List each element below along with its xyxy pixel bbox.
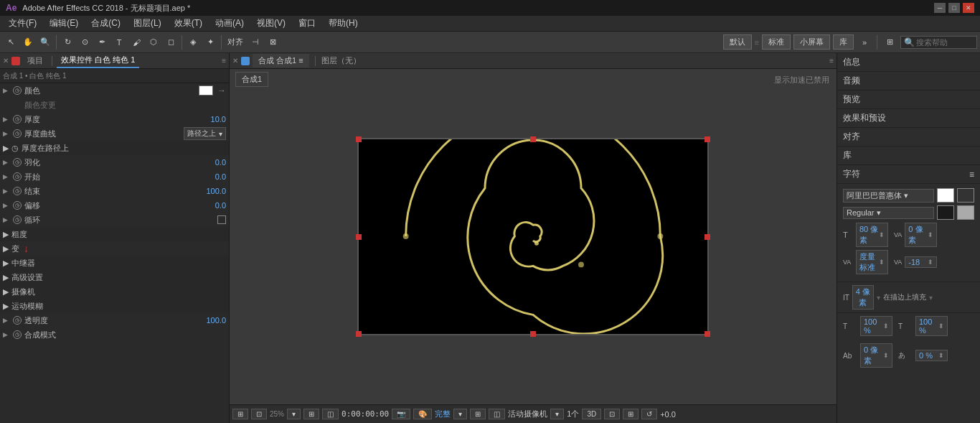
clock-icon-loop[interactable]: ◷: [13, 215, 22, 224]
menu-effects[interactable]: 效果(T): [169, 16, 208, 31]
tab-effects[interactable]: 效果控件 白色 纯色 1: [57, 53, 139, 68]
always-preview-btn[interactable]: ⊞: [232, 409, 248, 419]
menu-compose[interactable]: 合成(C): [85, 16, 126, 31]
arrow-icon[interactable]: ▶: [3, 87, 10, 94]
panel-info[interactable]: 信息: [837, 53, 980, 72]
font-name-select[interactable]: 阿里巴巴普惠体 ▾: [843, 189, 934, 203]
panel-align[interactable]: 对齐: [837, 128, 980, 147]
font-swatch-light[interactable]: [957, 205, 974, 220]
workspace-standard[interactable]: 标准: [762, 34, 791, 50]
section-transform[interactable]: ▶ 变 ↓: [0, 241, 229, 256]
section-advanced[interactable]: ▶ 高级设置: [0, 270, 229, 284]
workspace-default[interactable]: 默认: [723, 34, 752, 50]
fit-btn[interactable]: ⊞: [303, 409, 319, 419]
handle-ml[interactable]: [356, 234, 362, 240]
text-tool[interactable]: T: [111, 34, 127, 50]
comp-close[interactable]: ✕: [232, 57, 238, 65]
select-tool[interactable]: ↖: [3, 34, 19, 50]
workspace-small[interactable]: 小屏幕: [793, 34, 830, 50]
handle-br[interactable]: [705, 331, 710, 337]
font-color-fill[interactable]: [937, 188, 954, 203]
camera-dropdown-btn[interactable]: ▾: [550, 409, 564, 419]
render-btn[interactable]: ⊡: [604, 409, 620, 419]
arrow-opacity[interactable]: ▶: [3, 317, 10, 324]
kerning-input[interactable]: -18 ⬍: [905, 256, 937, 268]
search-input[interactable]: [916, 38, 974, 47]
minimize-button[interactable]: ─: [934, 3, 946, 13]
clock-icon-thickness[interactable]: ◷: [13, 115, 22, 124]
panel-audio[interactable]: 音频: [837, 72, 980, 90]
arrow-4[interactable]: ▶: [3, 130, 10, 137]
clock-icon-curve[interactable]: ◷: [13, 129, 22, 138]
panel-menu[interactable]: ≡: [222, 57, 226, 65]
baseline-input[interactable]: 0 像素 ⬍: [860, 343, 892, 368]
handle-tl[interactable]: [356, 136, 362, 142]
color-arrow[interactable]: →: [217, 85, 226, 96]
arrow-8[interactable]: ▶: [3, 187, 10, 195]
clock-icon-feather[interactable]: ◷: [13, 158, 22, 167]
tab-project[interactable]: 项目: [23, 54, 47, 68]
arrow-6[interactable]: ▶: [3, 159, 10, 166]
clock-icon-path[interactable]: ◷: [11, 144, 19, 153]
prop-value-offset[interactable]: 0.0: [197, 201, 226, 210]
handle-mr[interactable]: [705, 234, 710, 240]
brush-tool[interactable]: 🖌: [128, 34, 144, 50]
arrow-9[interactable]: ▶: [3, 202, 10, 209]
prop-value-feather[interactable]: 0.0: [197, 158, 226, 167]
comp-menu[interactable]: ≡: [829, 57, 834, 65]
prop-thickness-path[interactable]: ▶ ◷ 厚度在路径上: [0, 141, 229, 155]
prop-value-opacity[interactable]: 100.0: [197, 316, 226, 325]
tsume-input[interactable]: 0 % ⬍: [915, 350, 948, 361]
clock-icon-opacity[interactable]: ◷: [13, 316, 22, 325]
menu-window[interactable]: 窗口: [293, 16, 321, 31]
close-button[interactable]: ✕: [963, 3, 974, 13]
panel-effects-presets[interactable]: 效果和预设: [837, 109, 980, 128]
arrow-7[interactable]: ▶: [3, 173, 10, 180]
workspace-more[interactable]: »: [857, 34, 872, 50]
roto-tool[interactable]: ◈: [185, 34, 201, 50]
clock-icon-offset[interactable]: ◷: [13, 201, 22, 210]
color-correct-btn[interactable]: ⊞: [623, 409, 639, 419]
menu-view[interactable]: 视图(V): [251, 16, 291, 31]
clock-icon-start[interactable]: ◷: [13, 172, 22, 181]
view-options-btn[interactable]: ⊡: [251, 409, 267, 419]
quality-btn[interactable]: ▾: [453, 409, 467, 419]
scale-h-input[interactable]: 100 % ⬍: [860, 316, 892, 336]
handle-mt[interactable]: [530, 136, 536, 142]
align-left[interactable]: ⊣: [248, 34, 263, 50]
zoom-tool[interactable]: 🔍: [37, 34, 53, 50]
camera-orbit[interactable]: ⊙: [77, 34, 93, 50]
resolution-btn[interactable]: ◫: [322, 409, 339, 419]
color-swatch[interactable]: [199, 85, 213, 96]
handle-bl[interactable]: [356, 331, 362, 337]
clock-icon-blend[interactable]: ◷: [13, 330, 22, 339]
scale-v-input[interactable]: 100 % ⬍: [915, 316, 948, 336]
loop-checkbox[interactable]: [217, 215, 226, 224]
active-camera-icon[interactable]: ⊞: [470, 409, 486, 419]
section-roughness[interactable]: ▶ 粗度: [0, 227, 229, 241]
color-btn[interactable]: 🎨: [413, 409, 432, 419]
section-motionblur[interactable]: ▶ 运动模糊: [0, 299, 229, 313]
align-center-h[interactable]: ⊠: [265, 34, 281, 50]
font-style-select[interactable]: Regular ▾: [843, 207, 934, 219]
stroke-size-input[interactable]: 4 像素: [852, 285, 874, 310]
puppet-tool[interactable]: ✦: [202, 34, 218, 50]
active-comp-label[interactable]: 合成1: [235, 72, 268, 87]
arrow-3[interactable]: ▶: [3, 116, 10, 123]
zoom-dropdown-btn[interactable]: ▾: [287, 409, 301, 419]
rotation-tool[interactable]: ↻: [60, 34, 75, 50]
leading-input[interactable]: 度量标准 ⬍: [856, 250, 888, 274]
menu-layer[interactable]: 图层(L): [128, 16, 167, 31]
camera-btn[interactable]: 📷: [392, 409, 410, 419]
tracking-input[interactable]: 0 像素 ⬍: [905, 223, 937, 247]
arrow-10[interactable]: ▶: [3, 216, 10, 223]
prop-value-thickness[interactable]: 10.0: [197, 115, 226, 124]
font-size-input[interactable]: 80 像素 ⬍: [856, 223, 888, 247]
prop-value-start[interactable]: 0.0: [197, 172, 226, 181]
panel-close[interactable]: ✕: [3, 57, 9, 65]
hand-tool[interactable]: ✋: [20, 34, 36, 50]
pen-tool[interactable]: ✒: [94, 34, 110, 50]
font-color-stroke[interactable]: [957, 188, 974, 203]
reset-btn[interactable]: ↺: [641, 409, 657, 419]
handle-mb[interactable]: [530, 331, 536, 337]
